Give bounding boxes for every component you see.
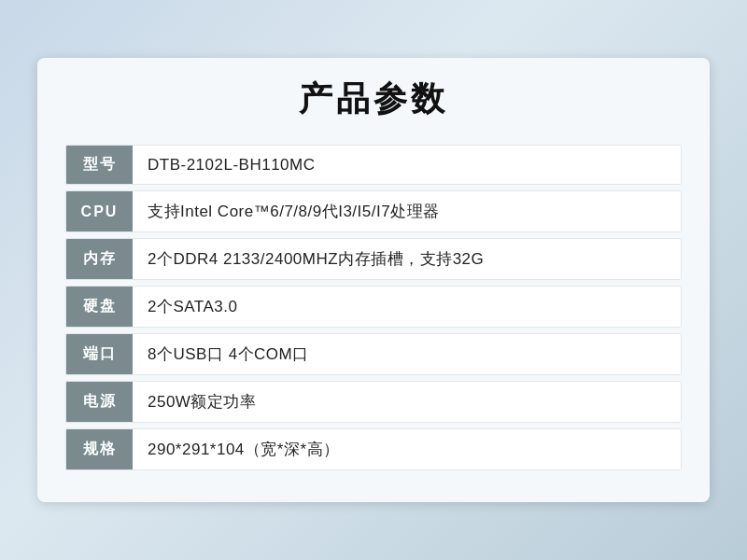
spec-value: DTB-2102L-BH110MC bbox=[133, 145, 682, 185]
spec-label: 硬盘 bbox=[65, 286, 133, 328]
table-row: 规格290*291*104（宽*深*高） bbox=[65, 428, 682, 470]
product-card: 产品参数 型号DTB-2102L-BH110MCCPU支持Intel Core™… bbox=[37, 58, 710, 502]
spec-label: 端口 bbox=[65, 333, 133, 375]
table-row: 内存2个DDR4 2133/2400MHZ内存插槽，支持32G bbox=[65, 238, 682, 280]
spec-value: 支持Intel Core™6/7/8/9代I3/I5/I7处理器 bbox=[133, 190, 682, 232]
spec-value: 250W额定功率 bbox=[133, 381, 682, 423]
spec-label: CPU bbox=[65, 190, 133, 232]
table-row: CPU支持Intel Core™6/7/8/9代I3/I5/I7处理器 bbox=[65, 190, 682, 232]
spec-value: 290*291*104（宽*深*高） bbox=[133, 428, 682, 470]
spec-label: 规格 bbox=[65, 428, 133, 470]
spec-label: 电源 bbox=[65, 381, 133, 423]
spec-table: 型号DTB-2102L-BH110MCCPU支持Intel Core™6/7/8… bbox=[65, 139, 682, 476]
spec-value: 2个SATA3.0 bbox=[133, 286, 682, 328]
spec-label: 型号 bbox=[65, 145, 133, 185]
page-title: 产品参数 bbox=[65, 77, 682, 122]
spec-value: 8个USB口 4个COM口 bbox=[133, 333, 682, 375]
spec-label: 内存 bbox=[65, 238, 133, 280]
table-row: 硬盘2个SATA3.0 bbox=[65, 286, 682, 328]
table-row: 端口8个USB口 4个COM口 bbox=[65, 333, 682, 375]
table-row: 型号DTB-2102L-BH110MC bbox=[65, 145, 682, 185]
spec-value: 2个DDR4 2133/2400MHZ内存插槽，支持32G bbox=[133, 238, 682, 280]
table-row: 电源250W额定功率 bbox=[65, 381, 682, 423]
